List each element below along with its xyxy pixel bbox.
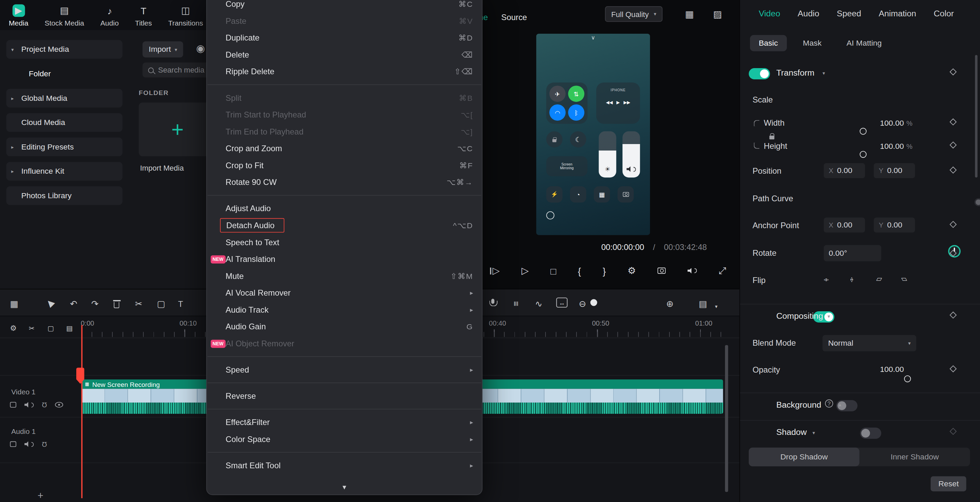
subtab-ai-matting[interactable]: AI Matting bbox=[838, 35, 891, 51]
drop-shadow-option[interactable]: Drop Shadow bbox=[749, 448, 859, 466]
height-keyframe-icon[interactable] bbox=[950, 141, 957, 148]
tab-audio[interactable]: ♪ Audio bbox=[100, 5, 119, 30]
mark-in-button[interactable]: { bbox=[578, 265, 581, 276]
rotate-cw-icon[interactable]: ▱ bbox=[901, 274, 907, 284]
transform-keyframe-icon[interactable] bbox=[950, 69, 957, 76]
undo-icon[interactable]: ↶ bbox=[70, 298, 78, 310]
menu-item-copy[interactable]: Copy⌘C bbox=[207, 0, 482, 13]
zoom-in-icon[interactable]: ⊕ bbox=[667, 298, 674, 310]
track-thumb-icon[interactable] bbox=[10, 402, 16, 408]
timeline-scrollbar[interactable] bbox=[725, 345, 728, 492]
mute-track-icon[interactable] bbox=[24, 402, 34, 408]
menu-item-trim-end-to-playhead[interactable]: Trim End to Playhead⌥] bbox=[207, 123, 482, 140]
rotate-field[interactable]: 0.00° bbox=[824, 245, 881, 261]
track-thumb-icon[interactable] bbox=[10, 441, 16, 447]
add-track-button[interactable]: + bbox=[37, 490, 43, 501]
tab-titles[interactable]: T Titles bbox=[135, 5, 152, 30]
media-frame-icon[interactable]: ▨ bbox=[713, 9, 722, 20]
text-tool-icon[interactable]: T bbox=[178, 298, 183, 310]
menu-item-color-space[interactable]: Color Space▸ bbox=[207, 431, 482, 448]
record-screen-icon[interactable]: ◉ bbox=[196, 43, 205, 54]
shadow-toggle[interactable] bbox=[860, 427, 881, 439]
tab-media[interactable]: ▶ Media bbox=[9, 5, 29, 30]
menu-item-audio-gain[interactable]: Audio GainG bbox=[207, 318, 482, 335]
menu-item-ripple-delete[interactable]: Ripple Delete⇧⌫ bbox=[207, 63, 482, 80]
previous-frame-button[interactable]: ▷ bbox=[490, 265, 500, 276]
rotate-ccw-icon[interactable]: ▱ bbox=[876, 274, 882, 284]
sidebar-item-cloud-media[interactable]: Cloud Media bbox=[6, 113, 122, 132]
fit-timeline-icon[interactable]: ↔ bbox=[557, 298, 568, 308]
anchor-x-field[interactable]: X0.00 bbox=[824, 218, 865, 233]
menu-item-split[interactable]: Split⌘B bbox=[207, 89, 482, 106]
audio-wave-icon[interactable]: ∿ bbox=[535, 298, 542, 310]
menu-item-adjust-audio[interactable]: Adjust Audio bbox=[207, 200, 482, 217]
magnet-icon[interactable]: Ω bbox=[42, 441, 47, 448]
delete-trash-icon[interactable] bbox=[114, 298, 119, 310]
sidebar-item-influence-kit[interactable]: ▸ Influence Kit bbox=[6, 162, 122, 180]
menu-item-effect-filter[interactable]: Effect&Filter▸ bbox=[207, 414, 482, 431]
menu-item-ai-vocal-remover[interactable]: AI Vocal Remover▸ bbox=[207, 284, 482, 301]
play-button[interactable]: ▷ bbox=[521, 265, 528, 276]
menu-item-detach-audio[interactable]: Detach Audio^⌥D bbox=[207, 217, 482, 234]
menu-item-smart-edit-tool[interactable]: Smart Edit Tool▸ bbox=[207, 457, 482, 474]
chevron-down-icon[interactable]: ▾ bbox=[827, 314, 830, 319]
menu-item-delete[interactable]: Delete⌫ bbox=[207, 46, 482, 63]
playback-settings-button[interactable]: ⚙ bbox=[628, 265, 636, 276]
playhead[interactable] bbox=[81, 325, 83, 498]
redo-icon[interactable]: ↷ bbox=[91, 298, 99, 310]
tab-color[interactable]: Color bbox=[934, 9, 954, 18]
width-keyframe-icon[interactable] bbox=[950, 118, 957, 126]
auto-ripple-icon[interactable]: ✂ bbox=[29, 322, 34, 335]
mute-track-icon[interactable] bbox=[24, 441, 34, 447]
reset-button[interactable]: Reset bbox=[931, 477, 966, 491]
tab-animation[interactable]: Animation bbox=[878, 9, 916, 18]
crop-tool-icon[interactable]: ▢ bbox=[157, 298, 165, 310]
sidebar-item-photos-library[interactable]: Photos Library bbox=[6, 186, 122, 205]
media-blocks-icon[interactable]: ▦ bbox=[10, 298, 18, 310]
inner-shadow-option[interactable]: Inner Shadow bbox=[859, 448, 970, 466]
menu-item-duplicate[interactable]: Duplicate⌘D bbox=[207, 29, 482, 46]
menu-item-paste[interactable]: Paste⌘V bbox=[207, 13, 482, 30]
snap-icon[interactable]: ▢ bbox=[47, 322, 54, 335]
volume-button[interactable] bbox=[687, 268, 697, 274]
opacity-keyframe-icon[interactable] bbox=[950, 365, 957, 373]
menu-item-crop-and-zoom[interactable]: Crop and Zoom⌥C bbox=[207, 140, 482, 157]
anchor-y-field[interactable]: Y0.00 bbox=[874, 218, 915, 233]
mark-out-button[interactable]: } bbox=[603, 265, 606, 276]
timeline-settings-icon[interactable]: ⚙ bbox=[10, 322, 17, 335]
snapshot-camera-button[interactable] bbox=[658, 268, 666, 274]
menu-item-reverse[interactable]: Reverse bbox=[207, 387, 482, 405]
menu-item-crop-to-fit[interactable]: Crop to Fit⌘F bbox=[207, 157, 482, 174]
scale-link-lock-icon[interactable] bbox=[769, 135, 774, 139]
transform-toggle[interactable] bbox=[749, 68, 770, 79]
video-preview-frame[interactable]: ∨ ✈ ⇅ ◠ ᛒ IPHONE ◀◀▶▶▶ ☾ ☀ Screen Mirror… bbox=[536, 34, 650, 235]
menu-item-trim-start-to-playhead[interactable]: Trim Start to Playhead⌥[ bbox=[207, 106, 482, 123]
blend-mode-select[interactable]: Normal ▾ bbox=[822, 335, 916, 351]
sidebar-item-project-media[interactable]: ▾ Project Media bbox=[6, 40, 122, 59]
menu-item-ai-object-remover[interactable]: NEWAI Object Remover bbox=[207, 335, 482, 352]
layout-grid-icon[interactable]: ▦ bbox=[685, 9, 694, 20]
tab-audio-props[interactable]: Audio bbox=[798, 9, 819, 18]
quality-selector[interactable]: Full Quality ▾ bbox=[605, 6, 663, 22]
menu-item-mute[interactable]: Mute⇧⌘M bbox=[207, 268, 482, 285]
sidebar-item-editing-presets[interactable]: ▸ Editing Presets bbox=[6, 138, 122, 156]
tab-video[interactable]: Video bbox=[759, 9, 780, 18]
magnet-icon[interactable]: Ω bbox=[42, 401, 47, 408]
position-keyframe-icon[interactable] bbox=[950, 167, 957, 174]
chevron-down-icon[interactable]: ▾ bbox=[822, 70, 825, 76]
rows-icon[interactable]: ▤ bbox=[67, 322, 73, 335]
sidebar-item-folder[interactable]: Folder bbox=[6, 64, 122, 83]
zoom-out-icon[interactable]: ⊖ bbox=[579, 298, 586, 310]
menu-item-speech-to-text[interactable]: Speech to Text bbox=[207, 234, 482, 251]
tab-speed[interactable]: Speed bbox=[837, 9, 861, 18]
sidebar-item-global-media[interactable]: ▸ Global Media bbox=[6, 89, 122, 108]
position-x-field[interactable]: X0.00 bbox=[824, 163, 865, 178]
inspector-scrollbar[interactable] bbox=[975, 55, 977, 178]
select-tool-icon[interactable]: ▶ bbox=[43, 297, 57, 311]
menu-item-ai-translation[interactable]: NEWAI Translation bbox=[207, 251, 482, 268]
chevron-down-icon[interactable]: ▾ bbox=[813, 430, 815, 436]
fullscreen-button[interactable]: ⤢ bbox=[719, 265, 726, 276]
stop-button[interactable]: □ bbox=[550, 265, 556, 276]
menu-item-audio-track[interactable]: Audio Track▸ bbox=[207, 301, 482, 319]
track-manager-icon[interactable]: ▤ bbox=[699, 298, 707, 310]
